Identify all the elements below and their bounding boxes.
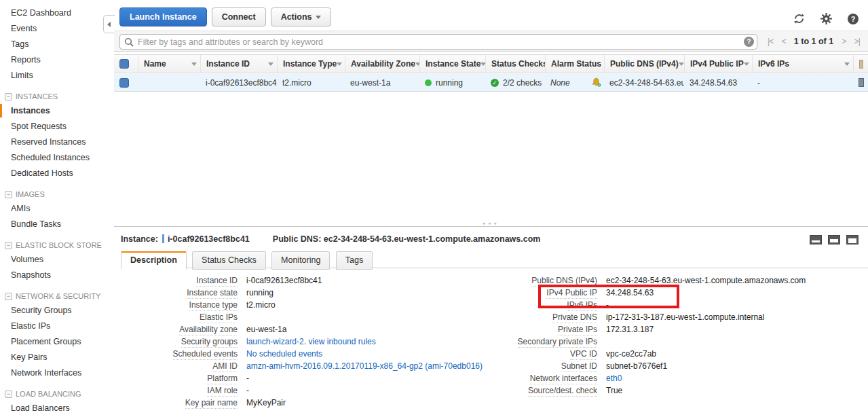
- column-header-public-dns[interactable]: Public DNS (IPv4): [604, 55, 684, 73]
- header-icons: ?: [793, 13, 858, 24]
- sidebar-item-snapshots[interactable]: Snapshots: [0, 268, 114, 282]
- collapse-minus-icon[interactable]: −: [5, 191, 12, 198]
- sort-icon[interactable]: [191, 62, 197, 66]
- tab-status-checks[interactable]: Status Checks: [192, 251, 266, 270]
- truncated-cell: [853, 74, 868, 91]
- sidebar-section-load-balancing[interactable]: − LOAD BALANCING: [5, 390, 114, 398]
- filter-help-icon[interactable]: ?: [744, 37, 754, 47]
- pagination-first-button[interactable]: |<: [768, 37, 774, 46]
- help-icon[interactable]: ?: [848, 14, 858, 24]
- select-all-checkbox[interactable]: [119, 59, 129, 69]
- column-header-status-checks[interactable]: Status Checks: [485, 55, 545, 73]
- column-header-instance-state[interactable]: Instance State: [419, 55, 485, 73]
- sidebar-item-tags[interactable]: Tags: [0, 37, 114, 51]
- row-select-cell: [114, 74, 138, 91]
- sidebar-section-network-security[interactable]: − NETWORK & SECURITY: [5, 292, 114, 300]
- sidebar-item-reports[interactable]: Reports: [0, 53, 114, 67]
- pane-layout-large-bottom-icon[interactable]: [846, 235, 858, 244]
- sidebar-item-instances[interactable]: Instances: [0, 104, 114, 117]
- toolbar: Launch Instance Connect Actions: [119, 7, 331, 26]
- tab-monitoring[interactable]: Monitoring: [271, 251, 330, 270]
- details-tabs: Description Status Checks Monitoring Tag…: [121, 251, 868, 268]
- ipv6-ips-cell: -: [752, 74, 853, 91]
- sort-icon[interactable]: [337, 62, 342, 66]
- column-header-ipv4-public-ip[interactable]: IPv4 Public IP: [684, 55, 752, 73]
- sidebar-section-instances[interactable]: − INSTANCES: [5, 92, 114, 101]
- eth0-link[interactable]: eth0: [606, 374, 622, 384]
- status-checks-cell: ✓2/2 checks …: [485, 74, 545, 91]
- security-group-link[interactable]: launch-wizard-2: [246, 337, 304, 346]
- sidebar-item-reserved-instances[interactable]: Reserved Instances: [0, 135, 114, 149]
- collapse-minus-icon[interactable]: −: [5, 391, 12, 398]
- sidebar-item-security-groups[interactable]: Security Groups: [0, 304, 114, 317]
- scheduled-events-link[interactable]: No scheduled events: [246, 349, 322, 359]
- sort-icon[interactable]: [844, 62, 850, 66]
- pane-layout-half-bottom-icon[interactable]: [828, 235, 840, 244]
- row-checkbox[interactable]: [119, 78, 129, 88]
- sidebar-item-dedicated-hosts[interactable]: Dedicated Hosts: [0, 166, 114, 180]
- refresh-icon[interactable]: [793, 13, 805, 24]
- sort-icon[interactable]: [480, 62, 485, 66]
- instance-table-row[interactable]: i-0caf92613ecf8bc41 t2.micro eu-west-1a …: [114, 74, 868, 92]
- filter-strip: ? |< < 1 to 1 of 1 > >|: [114, 31, 868, 52]
- actions-button-label: Actions: [281, 12, 312, 22]
- details-header: Instance:i-0caf92613ecf8bc41Public DNS: …: [114, 227, 868, 244]
- pagination-label: 1 to 1 of 1: [794, 37, 833, 46]
- field-row-public-dns: Public DNS (IPv4)ec2-34-248-54-63.eu-wes…: [399, 276, 868, 288]
- column-header-name[interactable]: Name: [138, 55, 200, 73]
- column-header-instance-type[interactable]: Instance Type: [277, 55, 345, 73]
- sort-icon[interactable]: [744, 62, 749, 66]
- field-row-key-pair-name: Key pair nameMyKeyPair: [114, 398, 491, 410]
- truncated-cell-icon: [858, 78, 864, 87]
- section-label: LOAD BALANCING: [16, 390, 81, 398]
- field-row-subnet-id: Subnet IDsubnet-b7676ef1: [399, 361, 868, 374]
- sort-icon[interactable]: [679, 62, 684, 66]
- sidebar-item-amis[interactable]: AMIs: [0, 202, 114, 215]
- view-inbound-rules-link[interactable]: view inbound rules: [308, 337, 375, 346]
- sidebar-item-network-interfaces[interactable]: Network Interfaces: [0, 366, 114, 380]
- sidebar-collapse-button[interactable]: [103, 15, 115, 33]
- details-instance-label: Instance:: [121, 234, 158, 244]
- sidebar-item-events[interactable]: Events: [0, 22, 114, 35]
- tab-tags[interactable]: Tags: [336, 251, 373, 270]
- tab-description[interactable]: Description: [121, 251, 187, 270]
- collapse-minus-icon[interactable]: −: [5, 293, 12, 300]
- description-tab-content: Instance IDi-0caf92613ecf8bc41 Instance …: [114, 268, 868, 276]
- sidebar-item-ec2-dashboard[interactable]: EC2 Dashboard: [0, 6, 114, 20]
- sidebar-section-ebs[interactable]: − ELASTIC BLOCK STORE: [5, 241, 114, 249]
- sidebar-item-volumes[interactable]: Volumes: [0, 253, 114, 266]
- column-header-truncated: [853, 55, 868, 73]
- sort-icon[interactable]: [268, 62, 273, 66]
- pane-layout-small-bottom-icon[interactable]: [810, 235, 822, 244]
- column-header-alarm-status[interactable]: Alarm Status: [545, 55, 604, 73]
- connect-button[interactable]: Connect: [212, 7, 266, 26]
- column-header-instance-id[interactable]: Instance ID: [200, 55, 277, 73]
- section-label: IMAGES: [16, 190, 45, 198]
- sidebar-item-spot-requests[interactable]: Spot Requests: [0, 120, 114, 133]
- sidebar-item-placement-groups[interactable]: Placement Groups: [0, 335, 114, 348]
- pagination-prev-button[interactable]: <: [781, 37, 785, 46]
- alarm-bell-icon[interactable]: [591, 77, 601, 88]
- sidebar-item-scheduled-instances[interactable]: Scheduled Instances: [0, 151, 114, 164]
- settings-gear-icon[interactable]: [820, 13, 832, 24]
- collapse-minus-icon[interactable]: −: [5, 93, 12, 101]
- panel-resize-handle[interactable]: ●●●: [483, 221, 499, 225]
- sidebar-item-limits[interactable]: Limits: [0, 69, 114, 82]
- field-row-network-interfaces: Network interfaceseth0: [399, 374, 868, 386]
- sidebar-item-bundle-tasks[interactable]: Bundle Tasks: [0, 217, 114, 231]
- sidebar-item-load-balancers[interactable]: Load Balancers: [0, 401, 114, 415]
- launch-instance-button[interactable]: Launch Instance: [119, 7, 207, 26]
- pagination-last-button[interactable]: >|: [854, 37, 860, 46]
- actions-button[interactable]: Actions: [271, 7, 332, 26]
- sidebar-section-images[interactable]: − IMAGES: [5, 190, 114, 198]
- sidebar-item-elastic-ips[interactable]: Elastic IPs: [0, 319, 114, 333]
- column-header-ipv6-ips[interactable]: IPv6 IPs: [752, 55, 853, 73]
- filter-input[interactable]: [119, 34, 757, 50]
- instance-type-cell: t2.micro: [277, 74, 345, 91]
- pagination-next-button[interactable]: >: [842, 37, 846, 46]
- column-header-availability-zone[interactable]: Availability Zone: [345, 55, 419, 73]
- table-header-row: Name Instance ID Instance Type Availabil…: [114, 54, 868, 73]
- sidebar-item-key-pairs[interactable]: Key Pairs: [0, 350, 114, 364]
- collapse-minus-icon[interactable]: −: [5, 242, 12, 249]
- field-row-source-dest-check: Source/dest. checkTrue: [399, 386, 868, 398]
